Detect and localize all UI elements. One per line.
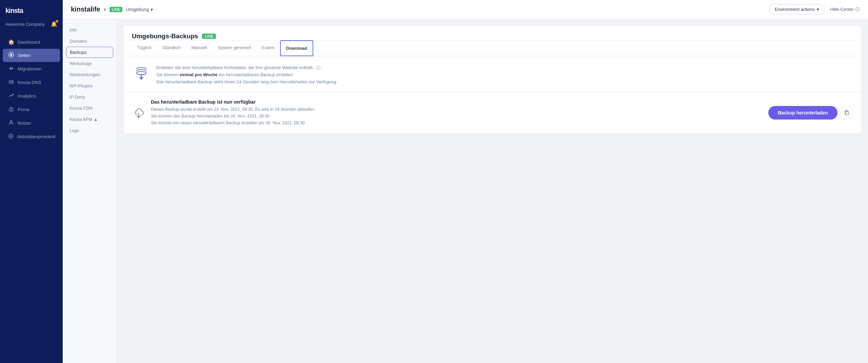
sidebar-item-label: Migrationen [18, 66, 42, 71]
tab-download[interactable]: Download [280, 40, 313, 56]
sub-nav: Info Domains Backups Werkzeuge Weiterlei… [63, 19, 117, 363]
notification-badge [56, 20, 58, 23]
info-text: Erstellen Sie eine herunterladbare Archi… [156, 64, 853, 85]
backup-tabs: Täglich Stündlich Manuell System generie… [124, 40, 861, 56]
tab-taeglich[interactable]: Täglich [132, 40, 157, 56]
tab-manuell[interactable]: Manuell [186, 40, 212, 56]
backup-desc-line1: Dieses Backup wurde erstellt um 23. Nov.… [151, 107, 315, 112]
company-row: Awesome Company 🔔 [0, 20, 63, 33]
environment-selector[interactable]: Umgebung ▾ [126, 7, 153, 12]
sub-nav-domains[interactable]: Domains [63, 36, 117, 47]
sub-nav-info[interactable]: Info [63, 24, 117, 36]
info-bold: einmal pro Woche [180, 72, 218, 77]
sidebar-item-label: Nutzer [18, 121, 31, 126]
info-line3: Das herunterladbare Backup steht Ihnen 2… [156, 79, 853, 86]
info-line1: Erstellen Sie eine herunterladbare Archi… [156, 64, 853, 71]
sub-nav-werkzeuge[interactable]: Werkzeuge [63, 58, 117, 69]
sidebar-item-firma[interactable]: Firma [3, 103, 60, 116]
svg-point-5 [13, 81, 13, 82]
tab-extern[interactable]: Extern [256, 40, 280, 56]
cloud-download-icon [132, 106, 145, 120]
company-name: Awesome Company [5, 22, 45, 27]
layers-icon [8, 52, 14, 59]
kinsta-logo: kinsta [5, 6, 36, 16]
environment-chevron-icon: ▾ [151, 7, 153, 12]
svg-rect-8 [11, 109, 12, 111]
page-content: Umgebungs-Backups LIVE Täglich Stündlich… [117, 19, 868, 363]
activity-icon [8, 133, 14, 140]
backup-database-icon [132, 64, 151, 83]
content-area: Info Domains Backups Werkzeuge Weiterlei… [63, 19, 868, 363]
env-actions-chevron-icon: ▾ [817, 7, 819, 12]
sidebar-item-nutzer[interactable]: Nutzer [3, 116, 60, 130]
live-badge: LIVE [110, 7, 122, 12]
dns-icon [8, 79, 14, 86]
info-section: Erstellen Sie eine herunterladbare Archi… [124, 56, 861, 92]
info-tooltip-icon[interactable]: ⓘ [316, 65, 320, 70]
sidebar-item-label: Firma [18, 107, 29, 112]
sidebar-item-label: Aktivitätenprotokoll [17, 134, 55, 139]
sub-nav-ip-deny[interactable]: IP Deny [63, 91, 117, 103]
sidebar-item-label: Seiten [18, 53, 31, 58]
analytics-icon [8, 93, 14, 99]
sub-nav-logs[interactable]: Logs [63, 125, 117, 136]
site-name: kinstalife [71, 5, 100, 13]
backup-desc-line2: Sie können das Backup herunterladen bis … [151, 114, 271, 119]
main-area: kinstalife ▾ LIVE Umgebung ▾ Environment… [63, 0, 868, 363]
tab-system[interactable]: System generiert [212, 40, 256, 56]
sidebar-item-label: Kinsta DNS [18, 80, 41, 85]
backup-available-title: Das herunterladbare Backup ist nun verfü… [151, 99, 763, 105]
page-title: Umgebungs-Backups [132, 33, 198, 40]
sub-nav-backups[interactable]: Backups [66, 47, 113, 58]
sidebar-item-analytics[interactable]: Analytics [3, 89, 60, 103]
hilfe-center-link[interactable]: Hilfe-Center ⓘ [830, 6, 860, 13]
hilfe-center-label: Hilfe-Center [830, 7, 854, 12]
svg-rect-7 [9, 108, 13, 111]
copy-link-button[interactable] [841, 107, 853, 119]
migration-icon [8, 66, 14, 72]
card-header: Umgebungs-Backups LIVE [124, 26, 861, 40]
sidebar-item-label: Analytics [18, 93, 36, 99]
backup-desc: Dieses Backup wurde erstellt um 23. Nov.… [151, 106, 763, 126]
sidebar-logo-area: kinsta [0, 0, 63, 20]
sidebar-item-seiten[interactable]: Seiten [3, 49, 60, 62]
backups-card: Umgebungs-Backups LIVE Täglich Stündlich… [124, 26, 861, 133]
site-chevron-icon[interactable]: ▾ [104, 7, 106, 12]
backup-download-button[interactable]: Backup herunterladen [768, 106, 837, 120]
sidebar-item-dashboard[interactable]: 🏠 Dashboard [3, 36, 60, 48]
top-header: kinstalife ▾ LIVE Umgebung ▾ Environment… [63, 0, 868, 19]
tab-stuendlich[interactable]: Stündlich [157, 40, 186, 56]
environment-label: Umgebung [126, 7, 149, 12]
sub-nav-wp-plugins[interactable]: WP-Plugins [63, 80, 117, 91]
sidebar: kinsta Awesome Company 🔔 🏠 Dashboard Sei… [0, 0, 63, 363]
sub-nav-kinsta-cdn[interactable]: Kinsta CDN [63, 103, 117, 114]
svg-rect-17 [846, 111, 849, 115]
svg-point-11 [10, 135, 12, 137]
env-actions-button[interactable]: Environment actions ▾ [769, 4, 825, 15]
sub-nav-weiterleitungen[interactable]: Weiterleitungen [63, 69, 117, 80]
env-actions-label: Environment actions [775, 7, 815, 12]
sidebar-item-label: Dashboard [18, 40, 40, 45]
backup-info: Das herunterladbare Backup ist nun verfü… [151, 99, 763, 126]
svg-point-6 [13, 83, 13, 83]
notification-bell[interactable]: 🔔 [51, 21, 57, 27]
svg-point-9 [10, 121, 12, 123]
svg-text:kinsta: kinsta [5, 7, 24, 14]
company-icon [8, 106, 14, 113]
sub-nav-kinsta-apm[interactable]: Kinsta APM ▲ [63, 114, 117, 125]
sidebar-item-migrationen[interactable]: Migrationen [3, 62, 60, 76]
home-icon: 🏠 [8, 39, 14, 45]
backup-actions: Backup herunterladen [768, 106, 853, 120]
backup-desc-line3: Sie können ein neues herunterladbares Ba… [151, 121, 306, 125]
live-badge-header: LIVE [202, 34, 216, 39]
sidebar-item-kinsta-dns[interactable]: Kinsta DNS [3, 76, 60, 89]
sidebar-item-aktivitaetsprotokoll[interactable]: Aktivitätenprotokoll [3, 130, 60, 143]
help-circle-icon: ⓘ [855, 6, 860, 13]
sidebar-nav: 🏠 Dashboard Seiten Migrationen [0, 33, 63, 363]
backup-available-section: Das herunterladbare Backup ist nun verfü… [124, 92, 861, 133]
svg-point-2 [10, 54, 12, 56]
header-right: Environment actions ▾ Hilfe-Center ⓘ [769, 4, 860, 15]
user-icon [8, 120, 14, 126]
info-line2: Sie können einmal pro Woche ein herunter… [156, 71, 853, 79]
header-left: kinstalife ▾ LIVE Umgebung ▾ [71, 5, 153, 13]
